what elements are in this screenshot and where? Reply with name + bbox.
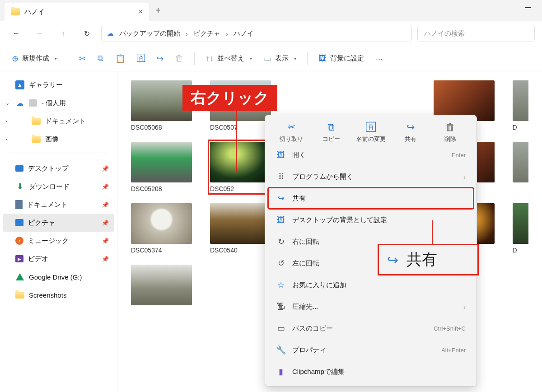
file-item[interactable]: DSC05208	[131, 142, 192, 192]
ctx-rename[interactable]: 🄰名前の変更	[353, 121, 389, 143]
ctx-delete[interactable]: 🗑削除	[432, 121, 468, 143]
file-item[interactable]	[513, 142, 528, 192]
blurred-name	[29, 99, 37, 107]
file-name: DSC0540	[210, 247, 271, 254]
sidebar-onedrive-documents[interactable]: › ドキュメント	[3, 112, 114, 130]
label: 共有	[405, 135, 416, 143]
wrench-icon: 🔧	[276, 345, 286, 355]
chevron-down-icon[interactable]: ⌄	[5, 100, 9, 106]
new-tab-button[interactable]: +	[149, 5, 167, 16]
delete-button[interactable]: 🗑	[171, 50, 188, 68]
titlebar: ハノイ × +	[0, 0, 542, 21]
ctx-properties[interactable]: 🔧プロパティAlt+Enter	[268, 339, 474, 361]
sidebar-music[interactable]: ♪ ミュージック 📌	[3, 232, 114, 250]
window-minimize-icon[interactable]	[525, 7, 531, 8]
sidebar-label: Screenshots	[29, 291, 66, 299]
file-name: D	[513, 124, 528, 131]
copy-button[interactable]: ⧉	[93, 50, 108, 68]
more-button[interactable]: ⋯	[371, 50, 387, 68]
refresh-button[interactable]: ↻	[78, 24, 96, 42]
rotate-right-icon: ↻	[276, 237, 286, 247]
pin-icon: 📌	[102, 165, 109, 172]
ctx-cut[interactable]: ✂切り取り	[273, 121, 309, 143]
breadcrumb[interactable]: ☁ バックアップの開始 › ピクチャ › ハノイ	[101, 25, 412, 42]
sidebar-pictures[interactable]: ピクチャ 📌	[3, 214, 114, 232]
sidebar-label: ビデオ	[28, 255, 48, 263]
chevron-right-icon[interactable]: ›	[5, 136, 7, 142]
sidebar-label: ダウンロード	[29, 182, 70, 191]
pin-icon: 📌	[102, 256, 109, 262]
label: 開く	[292, 151, 306, 159]
ctx-copy[interactable]: ⧉コピー	[313, 121, 349, 143]
ctx-compress[interactable]: 🗜圧縮先...›	[268, 296, 474, 317]
annotation-share-callout: ↪ 共有	[378, 244, 479, 275]
up-button[interactable]: ↑	[54, 24, 72, 42]
ctx-favorite[interactable]: ☆お気に入りに追加	[268, 274, 474, 296]
scissors-icon: ✂	[287, 121, 295, 133]
share-button[interactable]: ↪	[152, 50, 168, 68]
chevron-down-icon: ▾	[294, 56, 296, 61]
ctx-open[interactable]: 🖼開くEnter	[268, 144, 474, 166]
shortcut: Alt+Enter	[441, 347, 466, 354]
sidebar-screenshots[interactable]: Screenshots	[3, 286, 114, 304]
search-input[interactable]: ハノイの検索	[417, 25, 535, 42]
file-item[interactable]: D	[513, 203, 528, 254]
sidebar-label: ドキュメント	[27, 201, 68, 209]
rename-button[interactable]: 🄰	[132, 50, 150, 68]
sidebar-desktop[interactable]: デスクトップ 📌	[3, 159, 114, 177]
sidebar-onedrive-images[interactable]: › 画像	[3, 130, 114, 148]
close-icon[interactable]: ×	[139, 8, 143, 16]
label: 右に回転	[292, 238, 319, 246]
forward-button[interactable]: →	[31, 24, 49, 42]
view-button[interactable]: ▭ 表示 ▾	[259, 50, 301, 68]
sidebar-label: - 個人用	[42, 99, 66, 107]
sidebar-onedrive[interactable]: ⌄ ☁ - 個人用	[3, 94, 114, 112]
rename-icon: 🄰	[366, 121, 376, 133]
file-item[interactable]: DSC0540	[210, 203, 271, 254]
copy-icon: ⧉	[327, 121, 335, 133]
ctx-clipchamp[interactable]: ▮Clipchampで編集	[268, 361, 474, 383]
toolbar: ⊕ 新規作成 ▾ ✂ ⧉ 📋 🄰 ↪ 🗑 ↑↓ 並べ替え ▾ ▭ 表示 ▾ 🖼 …	[0, 46, 542, 71]
new-button[interactable]: ⊕ 新規作成 ▾	[7, 50, 61, 68]
annotation-share-label: 共有	[406, 249, 437, 270]
set-bg-label: 背景に設定	[330, 54, 364, 63]
paste-button[interactable]: 📋	[111, 50, 130, 68]
download-icon: ⬇	[15, 182, 24, 191]
file-item[interactable]: DSC05374	[131, 203, 192, 254]
sidebar-gallery[interactable]: ▲ ギャラリー	[3, 76, 114, 94]
annotation-line	[236, 109, 237, 172]
sidebar-downloads[interactable]: ⬇ ダウンロード 📌	[3, 177, 114, 196]
gallery-icon: ▲	[15, 80, 24, 89]
sidebar-label: デスクトップ	[28, 164, 69, 173]
ctx-open-with[interactable]: ⠿プログラムから開く›	[268, 166, 474, 187]
sidebar-label: ミュージック	[28, 237, 69, 245]
chevron-right-icon[interactable]: ›	[5, 118, 7, 124]
cut-button[interactable]: ✂	[75, 50, 90, 68]
file-item-selected[interactable]: DSC052	[210, 142, 271, 192]
pin-icon: 📌	[102, 219, 109, 226]
chevron-right-icon: ›	[463, 303, 466, 311]
share-icon: ↪	[276, 193, 286, 203]
ctx-copy-path[interactable]: ▭パスのコピーCtrl+Shift+C	[268, 317, 474, 339]
ctx-share-row[interactable]: ↪共有	[268, 187, 474, 209]
thumbnail	[131, 142, 192, 182]
ctx-set-wallpaper[interactable]: 🖼デスクトップの背景として設定	[268, 209, 474, 231]
breadcrumb-backup[interactable]: バックアップの開始	[119, 29, 180, 38]
sidebar-documents[interactable]: ドキュメント 📌	[3, 196, 114, 214]
file-item[interactable]: D	[513, 80, 528, 131]
breadcrumb-pictures[interactable]: ピクチャ	[193, 29, 220, 38]
back-button[interactable]: ←	[7, 24, 25, 42]
tab[interactable]: ハノイ ×	[5, 3, 149, 21]
sidebar-videos[interactable]: ▶ ビデオ 📌	[3, 250, 114, 268]
annotation-right-click: 右クリック	[182, 85, 277, 111]
sort-button[interactable]: ↑↓ 並べ替え ▾	[201, 50, 257, 68]
breadcrumb-hanoi[interactable]: ハノイ	[234, 29, 254, 38]
label: 切り取り	[280, 135, 303, 143]
ctx-share[interactable]: ↪共有	[392, 121, 429, 143]
folder-icon	[32, 118, 41, 125]
cloud-icon: ☁	[107, 29, 114, 37]
sidebar-google-drive[interactable]: Google Drive (G:)	[3, 268, 114, 286]
set-background-button[interactable]: 🖼 背景に設定	[314, 50, 369, 68]
file-item[interactable]	[131, 265, 192, 305]
video-icon: ▶	[15, 255, 23, 262]
